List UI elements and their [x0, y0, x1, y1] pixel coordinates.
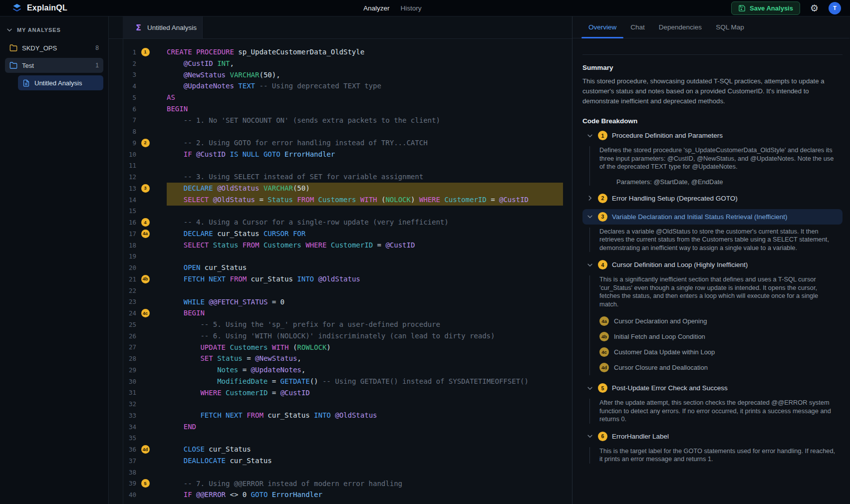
breakdown-item-body: This is the target label for the GOTO st… [589, 447, 843, 464]
breakdown-badge-4: 4 [598, 260, 607, 269]
breakdown-badge-5: 5 [598, 383, 607, 393]
code-line-40: 40 IF @@ERROR <> 0 GOTO ErrorHandler [123, 489, 572, 501]
line-number: 3 [127, 71, 136, 78]
breakdown-subitem-4b[interactable]: 4bInitial Fetch and Loop Condition [599, 329, 843, 344]
code-text: IF @CustID IS NULL GOTO ErrorHandler [167, 149, 563, 160]
code-line-29: 29 Notes = @UpdateNotes, [123, 364, 572, 376]
sidebar-item-test[interactable]: Test1 [5, 58, 103, 73]
line-number: 16 [127, 219, 136, 226]
user-avatar[interactable]: T [829, 2, 841, 14]
breakdown-list: 1Procedure Definition and ParametersDefi… [582, 128, 843, 464]
line-number: 13 [127, 185, 136, 192]
explainql-logo-icon [12, 3, 22, 13]
breakdown-subitem-4d[interactable]: 4dCursor Closure and Deallocation [599, 360, 843, 375]
section-marker-badge-1[interactable]: 1 [141, 48, 150, 56]
code-text: CLOSE cur_Status [167, 444, 563, 455]
folder-icon [9, 61, 17, 69]
breakdown-item-row-5[interactable]: 5Post-Update Error Check and Success [582, 380, 843, 396]
line-number: 2 [127, 60, 136, 67]
breakdown-item-text: This is the target label for the GOTO st… [599, 447, 838, 464]
code-text: DEALLOCATE cur_Status [167, 455, 563, 467]
code-line-2: 2 @CustID INT, [123, 58, 572, 69]
section-marker-badge-4[interactable]: 4 [141, 218, 150, 227]
breakdown-item-2: 2Error Handling Setup (Deprecated GOTO) [582, 191, 843, 206]
code-text: -- 1. No 'SET NOCOUNT ON' (sends extra p… [167, 115, 563, 126]
code-area[interactable]: 11CREATE PROCEDURE sp_UpdateCustomerData… [123, 39, 572, 504]
top-nav: Analyzer History [363, 0, 422, 16]
line-number: 10 [127, 151, 136, 158]
section-marker-badge-4d[interactable]: 4d [141, 445, 150, 454]
nav-analyzer[interactable]: Analyzer [363, 4, 390, 12]
my-analyses-label: MY ANALYSES [17, 27, 61, 33]
line-number: 5 [127, 94, 136, 101]
code-text: BEGIN [167, 307, 563, 319]
summary-text: This stored procedure, showcasing outdat… [582, 76, 832, 106]
chevron-right-icon[interactable] [586, 195, 593, 202]
breakdown-item-title: Procedure Definition and Parameters [612, 132, 723, 139]
breakdown-badge-3: 3 [598, 212, 607, 222]
breakdown-item-row-2[interactable]: 2Error Handling Setup (Deprecated GOTO) [582, 191, 843, 206]
breakdown-sub-badge-4a: 4a [599, 316, 609, 326]
editor-file-tab[interactable]: Σ Untitled Analysis [123, 16, 203, 38]
section-marker-badge-5[interactable]: 5 [141, 479, 150, 488]
line-number: 34 [127, 423, 136, 431]
breakdown-item-row-1[interactable]: 1Procedure Definition and Parameters [582, 128, 843, 143]
breakdown-item-row-4[interactable]: 4Cursor Definition and Loop (Highly Inef… [582, 257, 843, 272]
section-marker-badge-3[interactable]: 3 [141, 184, 150, 193]
breakdown-item-4: 4Cursor Definition and Loop (Highly Inef… [582, 257, 843, 375]
line-number: 27 [127, 343, 136, 351]
section-marker-badge-2[interactable]: 2 [141, 139, 150, 147]
code-line-28: 28 SET Status = @NewStatus, [123, 353, 572, 364]
save-analysis-button[interactable]: Save Analysis [731, 1, 800, 15]
line-number: 25 [127, 321, 136, 328]
chevron-down-icon[interactable] [586, 433, 593, 440]
code-text: -- 6. Using 'WITH (NOLOCK)' indiscrimina… [167, 330, 563, 342]
line-number: 23 [127, 298, 136, 305]
code-text: -- 3. Using SELECT instead of SET for va… [167, 171, 563, 183]
breakdown-item-body: Declares a variable @OldStatus to store … [589, 228, 843, 252]
breakdown-item-row-3[interactable]: 3Variable Declaration and Initial Status… [582, 209, 843, 225]
chevron-down-icon[interactable] [586, 385, 593, 392]
line-number: 35 [127, 434, 136, 442]
code-line-12: 12 -- 3. Using SELECT instead of SET for… [123, 171, 572, 183]
code-line-3: 3 @NewStatus VARCHAR(50), [123, 69, 572, 81]
code-line-38: 38 [123, 467, 572, 478]
breakdown-item-text: This is a significantly inefficient sect… [599, 275, 838, 308]
code-line-9: 92 -- 2. Using GOTO for error handling i… [123, 137, 572, 149]
chevron-down-icon[interactable] [586, 261, 593, 268]
nav-history[interactable]: History [401, 4, 422, 12]
code-text: BEGIN [167, 103, 563, 115]
chevron-down-icon[interactable] [586, 132, 593, 139]
gutter-badge-slot: 5 [140, 479, 150, 488]
editor-header: Σ Untitled Analysis [109, 16, 572, 39]
line-number: 33 [127, 412, 136, 419]
line-number: 39 [127, 480, 136, 487]
sidebar-item-skdy-ops[interactable]: SKDY_OPS8 [5, 40, 103, 55]
code-line-22: 22 [123, 285, 572, 296]
tab-overview[interactable]: Overview [581, 16, 623, 38]
my-analyses-section-header[interactable]: MY ANALYSES [0, 26, 108, 40]
breakdown-item-row-6[interactable]: 6ErrorHandler Label [582, 429, 843, 444]
tab-dependencies[interactable]: Dependencies [652, 16, 709, 38]
line-number: 20 [127, 264, 136, 271]
breakdown-subitem-4a[interactable]: 4aCursor Declaration and Opening [599, 313, 843, 329]
code-line-32: 32 [123, 398, 572, 410]
breakdown-badge-1: 1 [598, 131, 607, 140]
code-line-24: 244c BEGIN [123, 307, 572, 319]
code-line-23: 23 WHILE @@FETCH_STATUS = 0 [123, 296, 572, 308]
code-line-35: 35 [123, 433, 572, 444]
tab-sql-map[interactable]: SQL Map [709, 16, 751, 38]
line-number: 15 [127, 207, 136, 215]
settings-gear-icon[interactable]: ⚙ [810, 3, 819, 13]
line-number: 31 [127, 389, 136, 396]
breakdown-item-text: Declares a variable @OldStatus to store … [599, 228, 838, 252]
chevron-down-icon[interactable] [586, 213, 593, 220]
breakdown-item-title: ErrorHandler Label [612, 433, 669, 440]
sidebar-item-untitled-analysis[interactable]: Untitled Analysis [18, 75, 103, 90]
tab-chat[interactable]: Chat [623, 16, 652, 38]
section-marker-badge-4b[interactable]: 4b [141, 275, 150, 283]
sidebar-item-label: Untitled Analysis [34, 79, 99, 87]
section-marker-badge-4c[interactable]: 4c [141, 309, 150, 317]
section-marker-badge-4a[interactable]: 4a [141, 230, 150, 238]
breakdown-subitem-4c[interactable]: 4cCustomer Data Update within Loop [599, 344, 843, 360]
